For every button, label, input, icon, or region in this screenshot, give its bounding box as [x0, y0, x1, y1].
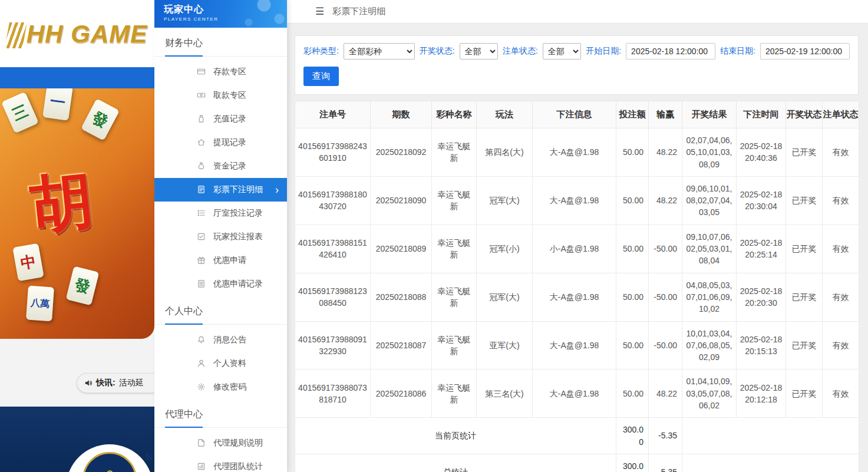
cell-bet-info: 大-A盘@1.98 — [533, 176, 616, 225]
sidebar-item-withdraw-area[interactable]: 取款专区 — [154, 84, 287, 107]
cell-order-status: 有效 — [823, 225, 859, 273]
site-navbar — [0, 67, 154, 88]
table-row: 40156917398815142641020250218089幸运飞艇新冠军(… — [295, 225, 859, 273]
cell-play-type: 冠军(大) — [477, 273, 533, 321]
cell-draw-result: 04,08,05,03,07,01,06,09,10,02 — [682, 273, 737, 321]
cell-draw-status: 已开奖 — [786, 176, 823, 225]
sidebar-item-profile[interactable]: 个人资料 — [154, 352, 287, 375]
cell-order-status: 有效 — [823, 273, 859, 321]
cell-order-status: 有效 — [823, 176, 859, 225]
cell-period: 20250218092 — [371, 128, 432, 177]
sidebar-item-lottery-bet-details[interactable]: 彩票下注明细› — [154, 178, 287, 202]
sidebar-header: 玩家中心 PLAYERS CENTER — [154, 0, 287, 28]
mahjong-tile: 發 — [81, 98, 120, 141]
cell-bet-amount: 50.00 — [616, 273, 649, 321]
sidebar-item-agent-rules[interactable]: 代理规则说明 — [154, 431, 287, 455]
background-site: HH GAME 三 一 發 胡 中 發 八萬 快讯: 活动延 ⚓ N — [0, 0, 154, 472]
menu-toggle-icon[interactable]: ☰ — [315, 5, 324, 18]
lottery-type-label: 彩种类型: — [303, 46, 339, 57]
cell-draw-status: 已开奖 — [786, 369, 823, 418]
mahjong-tile: 中 — [12, 243, 44, 282]
cell-bet-info: 大-A盘@1.98 — [533, 273, 616, 321]
cell-play-type: 亚军(大) — [477, 321, 533, 369]
sidebar-item-announcements[interactable]: 消息公告 — [154, 328, 287, 352]
sidebar-item-label: 玩家投注报表 — [213, 232, 263, 242]
sidebar-item-label: 取款专区 — [213, 90, 246, 101]
sidebar-item-funds-records[interactable]: 资金记录 — [154, 154, 287, 178]
cell-bet-time: 2025-02-18 20:12:18 — [737, 369, 786, 418]
sidebar-item-change-password[interactable]: 修改密码 — [154, 375, 287, 399]
cell-bet-time: 2025-02-18 20:20:30 — [737, 273, 786, 321]
cell-bet-info: 小-A盘@1.98 — [533, 225, 616, 273]
cell-bet-info: 大-A盘@1.98 — [533, 321, 616, 369]
page-title: 彩票下注明细 — [332, 6, 385, 17]
lottery-type-select[interactable]: 全部彩种 — [344, 43, 415, 60]
cell-draw-status: 已开奖 — [786, 225, 823, 273]
sidebar-item-promo-apply[interactable]: 优惠申请 — [154, 249, 287, 272]
cell-order-status: 有效 — [823, 369, 859, 418]
sidebar-section-title: 代理中心 — [154, 399, 287, 428]
sidebar-item-deposit-area[interactable]: 存款专区 — [154, 60, 287, 84]
mahjong-tile: 發 — [66, 266, 100, 306]
chevron-right-icon: › — [275, 184, 279, 195]
sidebar-item-promo-apply-records[interactable]: 优惠申请记录 — [154, 272, 287, 296]
topbar: ☰ 彩票下注明细 — [287, 0, 868, 24]
cell-lottery-name: 幸运飞艇新 — [432, 128, 477, 177]
site-logo[interactable]: HH GAME — [0, 0, 154, 48]
summary-bet-amount: 300.00 — [616, 418, 649, 454]
cell-draw-result: 10,01,03,04,07,06,08,05,02,09 — [682, 321, 737, 369]
cell-draw-status: 已开奖 — [786, 128, 823, 177]
sidebar-item-player-bet-report[interactable]: 玩家投注报表 — [154, 225, 287, 249]
mahjong-tile: 八萬 — [26, 286, 54, 322]
logo-bars-icon — [5, 22, 27, 48]
cell-lottery-name: 幸运飞艇新 — [432, 321, 477, 369]
cell-play-type: 冠军(小) — [477, 225, 533, 273]
cell-bet-time: 2025-02-18 20:40:36 — [737, 128, 786, 177]
sidebar-item-label: 厅室投注记录 — [213, 208, 263, 219]
column-header-play-type: 玩法 — [477, 101, 533, 128]
cell-order-id: 401569173988180430720 — [295, 176, 371, 225]
order-status-select[interactable]: 全部 — [543, 43, 581, 60]
start-date-input[interactable] — [626, 43, 715, 60]
cell-win-loss: -50.00 — [649, 225, 682, 273]
sidebar-item-recharge-records[interactable]: 充值记录 — [154, 107, 287, 131]
bet-table: 注单号期数彩种名称玩法下注信息投注额输赢开奖结果下注时间开奖状态注单状态 401… — [295, 101, 859, 472]
cell-order-status: 有效 — [823, 321, 859, 369]
sidebar-sections: 财务中心存款专区取款专区充值记录提现记录资金记录彩票下注明细›厅室投注记录玩家投… — [154, 28, 287, 472]
funds-icon — [197, 161, 206, 171]
end-date-input[interactable] — [760, 43, 850, 60]
cell-play-type: 第四名(大) — [477, 128, 533, 177]
promo-apply-icon — [197, 256, 206, 265]
column-header-period: 期数 — [371, 101, 432, 128]
sidebar-item-label: 个人资料 — [213, 358, 246, 369]
cell-period: 20250218090 — [371, 176, 432, 225]
query-button[interactable]: 查询 — [303, 67, 339, 86]
cell-bet-time: 2025-02-18 20:15:13 — [737, 321, 786, 369]
sidebar-item-hall-bet-records[interactable]: 厅室投注记录 — [154, 202, 287, 225]
column-header-draw-result: 开奖结果 — [682, 101, 737, 128]
cell-order-id: 401569173988123088450 — [295, 273, 371, 321]
hu-character: 胡 — [27, 159, 97, 249]
sidebar-item-label: 资金记录 — [213, 161, 246, 171]
column-header-draw-status: 开奖状态 — [786, 101, 823, 128]
cell-draw-result: 02,07,04,06,05,10,01,03,08,09 — [682, 128, 737, 177]
news-ticker[interactable]: 快讯: 活动延 — [77, 373, 154, 393]
cell-lottery-name: 幸运飞艇新 — [432, 273, 477, 321]
cell-bet-amount: 50.00 — [616, 176, 649, 225]
footer-badge: ⚓ N — [66, 444, 153, 472]
sidebar-section-title: 财务中心 — [154, 28, 287, 57]
cell-play-type: 第三名(大) — [477, 369, 533, 418]
lottery-detail-icon — [197, 185, 206, 194]
sidebar-item-withdrawal-records[interactable]: 提现记录 — [154, 131, 287, 154]
profile-icon — [197, 359, 206, 368]
table-row: 40156917398807381871020250218086幸运飞艇新第三名… — [295, 369, 859, 418]
mahjong-tile: 一 — [42, 88, 73, 121]
sidebar-item-agent-team-stats[interactable]: 代理团队统计 — [154, 455, 287, 472]
promo-banner-image: 三 一 發 胡 中 發 八萬 — [0, 88, 154, 339]
sidebar-item-label: 代理规则说明 — [213, 438, 263, 448]
cell-order-id: 401569173988091322930 — [295, 321, 371, 369]
recharge-icon — [197, 114, 206, 124]
start-date-label: 开始日期: — [586, 46, 621, 57]
draw-status-select[interactable]: 全部 — [460, 43, 498, 60]
cell-order-status: 有效 — [823, 128, 859, 177]
